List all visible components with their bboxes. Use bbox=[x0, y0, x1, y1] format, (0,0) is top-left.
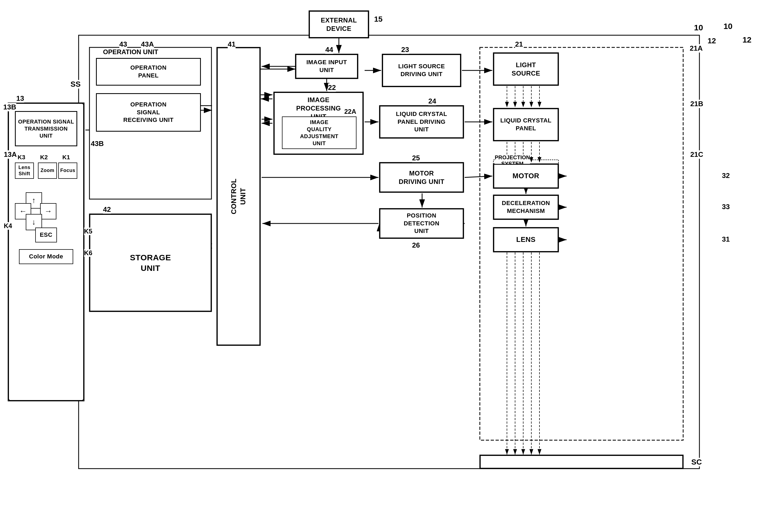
ref-43B: 43B bbox=[91, 140, 104, 148]
ref-21A: 21A bbox=[690, 44, 703, 53]
ref-12: 12 bbox=[743, 35, 752, 45]
op-signal-tx-box: OPERATION SIGNALTRANSMISSIONUNIT bbox=[15, 111, 77, 146]
ref-21C: 21C bbox=[690, 150, 703, 159]
ref-42: 42 bbox=[103, 205, 111, 214]
light-source-box: LIGHTSOURCE bbox=[494, 53, 558, 85]
ref-22A: 22A bbox=[344, 108, 356, 115]
ref-K4: K4 bbox=[4, 222, 12, 230]
operation-panel-box: OPERATIONPANEL bbox=[96, 58, 201, 85]
ref-SS: SS bbox=[71, 80, 81, 89]
ref-22: 22 bbox=[328, 83, 336, 92]
ref-K2: K2 bbox=[40, 154, 48, 161]
deceleration-box: DECELERATIONMECHANISM bbox=[494, 195, 558, 219]
ref-23: 23 bbox=[401, 46, 409, 54]
ref-12-val: 12 bbox=[707, 36, 716, 45]
ref-33: 33 bbox=[722, 203, 730, 211]
image-input-unit-box: IMAGE INPUTUNIT bbox=[296, 54, 358, 79]
control-unit-box: CONTROLUNIT bbox=[217, 48, 260, 345]
ref-25: 25 bbox=[412, 154, 420, 162]
ref-32: 32 bbox=[722, 172, 730, 180]
ref-26: 26 bbox=[412, 241, 420, 249]
ref-31: 31 bbox=[722, 235, 730, 243]
ref-41: 41 bbox=[228, 40, 235, 49]
ref-13: 13 bbox=[16, 94, 24, 103]
motor-driving-box: MOTORDRIVING UNIT bbox=[380, 162, 464, 192]
storage-unit-box: STORAGEUNIT bbox=[89, 214, 212, 312]
light-source-driving-box: LIGHT SOURCEDRIVING UNIT bbox=[382, 54, 461, 87]
ref-43A: 43A bbox=[141, 40, 154, 49]
color-mode-btn[interactable]: Color Mode bbox=[19, 249, 73, 264]
ref-13A: 13A bbox=[4, 150, 17, 159]
lc-panel-driving-box: LIQUID CRYSTALPANEL DRIVINGUNIT bbox=[380, 106, 464, 138]
ref-13B: 13B bbox=[3, 103, 16, 111]
ref-43: 43 bbox=[119, 40, 127, 49]
external-device-box: EXTERNALDEVICE bbox=[309, 11, 369, 38]
motor-box: MOTOR bbox=[494, 164, 558, 188]
ref-21: 21 bbox=[515, 40, 523, 49]
ref-24: 24 bbox=[428, 97, 436, 106]
esc-btn[interactable]: ESC bbox=[35, 228, 57, 242]
lens-shift-btn[interactable]: LensShift bbox=[15, 162, 34, 179]
focus-btn[interactable]: Focus bbox=[58, 162, 77, 179]
ref-15: 15 bbox=[374, 15, 383, 24]
ref-21B: 21B bbox=[690, 100, 703, 108]
ref-K6: K6 bbox=[84, 249, 92, 257]
ref-10-bracket: 10 bbox=[694, 23, 703, 32]
diagram: 10 12 EXTERNALDEVICE 15 IMAGE INPUTUNIT … bbox=[0, 0, 784, 532]
operation-signal-receiving-box: OPERATIONSIGNALRECEIVING UNIT bbox=[96, 93, 201, 131]
ref-K5: K5 bbox=[84, 228, 92, 235]
position-detection-box: POSITIONDETECTIONUNIT bbox=[380, 209, 464, 238]
lens-box: LENS bbox=[494, 228, 558, 252]
screen-box bbox=[480, 455, 683, 469]
operation-unit-label: OPERATION UNIT bbox=[103, 48, 158, 56]
zoom-btn[interactable]: Zoom bbox=[38, 162, 57, 179]
right-btn[interactable]: → bbox=[40, 203, 56, 219]
image-quality-box: IMAGEQUALITYADJUSTMENTUNIT bbox=[282, 116, 357, 149]
ref-44: 44 bbox=[325, 46, 333, 54]
lc-panel-box: LIQUID CRYSTALPANEL bbox=[494, 108, 558, 141]
svg-line-50 bbox=[465, 176, 492, 177]
ref-K3: K3 bbox=[18, 154, 25, 161]
ref-10: 10 bbox=[724, 22, 732, 31]
ref-SC: SC bbox=[691, 458, 702, 467]
ref-K1: K1 bbox=[62, 154, 70, 161]
